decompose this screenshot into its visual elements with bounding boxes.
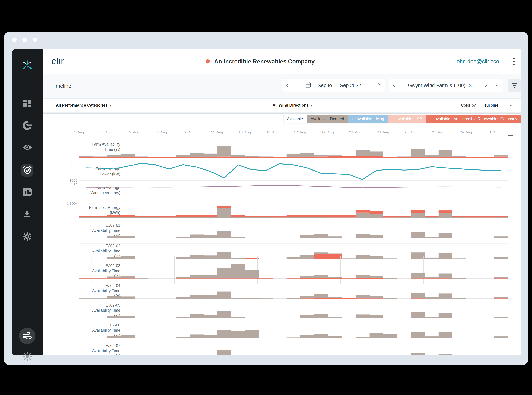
x-axis-tick: 7. Aug	[157, 130, 167, 134]
color-by-value: Turbine	[484, 103, 499, 108]
kebab-menu-icon[interactable]	[513, 58, 515, 65]
timeline-chart-panel: AvailableAvailable - DeratedUnavailable …	[43, 114, 521, 355]
x-axis-tick: 11. Aug	[211, 130, 223, 134]
chevron-down-icon: ▾	[110, 103, 111, 107]
farm-average-windspeed-tick: 0	[43, 195, 77, 199]
farm-lost-energy-plot[interactable]	[79, 203, 507, 218]
date-prev-chevron-icon[interactable]	[286, 83, 290, 88]
farm-lost-energy-tick: 1 600k	[43, 202, 77, 206]
window-dot-2[interactable]	[22, 38, 27, 42]
sidebar-item-settings[interactable]	[21, 231, 33, 243]
sidebar-item-reports[interactable]	[21, 186, 33, 198]
window-dot-3[interactable]	[33, 38, 37, 42]
legend-button-1[interactable]: Available - Derated	[307, 115, 347, 123]
date-range-value[interactable]: 1 Sep to 11 Sep 2022	[313, 82, 361, 88]
wind-direction-dropdown[interactable]: All Wind Directions ▾	[273, 103, 313, 108]
x-axis-tick: 15. Aug	[266, 130, 278, 134]
ej02-01-availability-plot[interactable]	[79, 223, 507, 238]
wind-icon	[22, 332, 32, 340]
date-next-chevron-icon[interactable]	[377, 83, 381, 88]
farm-average-windspeed-tick: 16	[43, 182, 77, 186]
ej02-03-availability-plot[interactable]	[79, 263, 507, 279]
color-by-label: Color by	[461, 103, 476, 108]
farm-picker-value[interactable]: Gwynt Wind Farm X (100)	[408, 82, 465, 88]
filter-icon	[512, 83, 517, 88]
farm-availability-time-plot[interactable]	[79, 136, 507, 158]
x-axis-tick: 5. Aug	[129, 130, 139, 134]
calendar-icon	[306, 82, 311, 88]
bar-chart-icon	[23, 188, 32, 196]
clir-logo-icon	[21, 59, 33, 72]
horizontal-scrollbar[interactable]	[43, 112, 521, 114]
wind-direction-value: All Wind Directions	[273, 103, 309, 108]
legend-button-4[interactable]: Unavailable - An Incredible Renewables C…	[426, 115, 521, 123]
ej02-04-availability-plot[interactable]	[79, 283, 507, 298]
legend-row: AvailableAvailable - DeratedUnavailable …	[284, 115, 521, 123]
gear-icon	[23, 232, 32, 241]
sidebar-item-dashboard[interactable]	[21, 98, 33, 110]
clir-wordmark: clir	[51, 56, 64, 66]
app-window: clir An Incredible Renewables Company jo…	[4, 32, 528, 365]
screenshot-stage: clir An Incredible Renewables Company jo…	[0, 0, 532, 395]
farm-dropdown-toggle[interactable]: ▾	[491, 79, 503, 92]
chevron-down-icon: ▾	[496, 83, 498, 88]
window-dot-1[interactable]	[12, 38, 17, 42]
farm-average-windspeed-plot[interactable]	[79, 183, 507, 198]
sidebar	[12, 49, 43, 355]
x-axis-tick: 21. Aug	[349, 130, 361, 134]
performance-category-dropdown[interactable]: All Performance Categories ▾	[56, 103, 111, 108]
x-axis-tick: 1. Aug	[74, 130, 84, 134]
sidebar-item-export[interactable]	[21, 208, 33, 221]
dashboard-icon	[23, 99, 32, 109]
farm-picker: Gwynt Wind Farm X (100) × ▾	[389, 79, 503, 92]
farm-lost-energy-tick: 0	[43, 215, 77, 219]
x-axis-tick: 17. Aug	[294, 130, 306, 134]
legend-button-3[interactable]: Unavailable - ISP	[388, 115, 426, 123]
company-name: An Incredible Renewables Company	[214, 58, 315, 65]
farm-average-power-plot[interactable]	[79, 162, 507, 181]
alarm-check-icon	[23, 165, 32, 175]
x-axis-tick: 27. Aug	[432, 130, 444, 134]
chart-menu-icon[interactable]	[508, 131, 513, 136]
sun-icon	[23, 352, 32, 362]
toolbar: Timeline 1 Sep to 11 Sep 2022	[43, 74, 521, 98]
filter-button[interactable]	[508, 79, 521, 92]
main-content: clir An Incredible Renewables Company jo…	[43, 49, 521, 355]
legend-button-2[interactable]: Unavailable - Icing	[348, 115, 388, 123]
x-axis-tick: 29. Aug	[460, 130, 472, 134]
ej02-06-availability-plot[interactable]	[79, 323, 507, 338]
ej02-07-availability-plot[interactable]	[79, 343, 507, 355]
download-icon	[23, 210, 31, 219]
sidebar-item-timeline-active[interactable]	[21, 164, 33, 176]
x-axis-tick: 19. Aug	[322, 130, 334, 134]
sidebar-item-monitor[interactable]	[21, 142, 33, 154]
eye-icon	[22, 144, 32, 152]
farm-prev-chevron-icon[interactable]	[393, 83, 397, 88]
company-header: An Incredible Renewables Company	[206, 58, 315, 65]
color-by-dropdown[interactable]: Color by Turbine ▾	[461, 103, 512, 108]
user-email-link[interactable]: john.doe@clir.eco	[455, 58, 499, 65]
app-header: clir An Incredible Renewables Company jo…	[43, 49, 521, 74]
sidebar-item-wind[interactable]	[19, 328, 35, 344]
legend-button-0[interactable]: Available	[284, 115, 307, 123]
farm-clear-icon[interactable]: ×	[469, 82, 472, 88]
x-axis-tick: 31. Aug	[488, 130, 500, 134]
x-axis-tick: 23. Aug	[377, 130, 389, 134]
x-axis-tick: 3. Aug	[101, 130, 112, 134]
scrollbar-thumb[interactable]	[43, 113, 521, 114]
chevron-down-icon: ▾	[510, 103, 512, 107]
filter-panel: All Performance Categories ▾ All Wind Di…	[43, 99, 521, 112]
chevron-down-icon: ▾	[311, 103, 313, 107]
sidebar-item-analytics[interactable]	[21, 120, 33, 132]
x-axis-tick: 13. Aug	[239, 130, 251, 134]
x-axis-tick: 25. Aug	[405, 130, 417, 134]
farm-next-chevron-icon[interactable]	[483, 83, 487, 88]
farm-average-power-tick: 2000	[43, 161, 77, 165]
page-title: Timeline	[51, 83, 71, 89]
ej02-02-availability-plot[interactable]	[79, 243, 507, 259]
company-status-dot	[206, 59, 210, 63]
sidebar-item-theme[interactable]	[21, 351, 33, 363]
date-range-picker: 1 Sep to 11 Sep 2022	[282, 79, 385, 92]
x-axis-tick: 9. Aug	[184, 130, 195, 134]
ej02-05-availability-plot[interactable]	[79, 303, 507, 318]
